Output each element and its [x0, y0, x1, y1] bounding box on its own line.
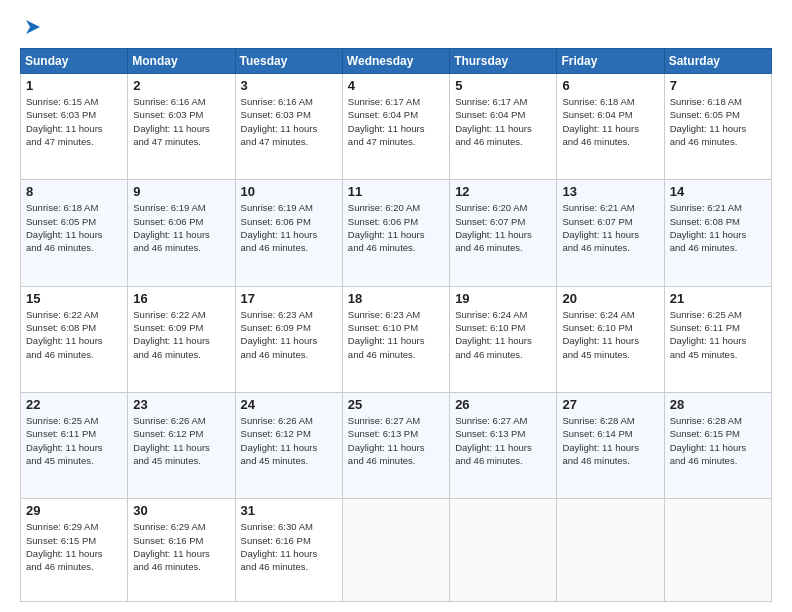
- calendar-header-wednesday: Wednesday: [342, 49, 449, 74]
- calendar-cell: [664, 499, 771, 602]
- day-info: Sunrise: 6:27 AMSunset: 6:13 PMDaylight:…: [455, 414, 551, 467]
- calendar-cell: 24Sunrise: 6:26 AMSunset: 6:12 PMDayligh…: [235, 392, 342, 498]
- day-number: 18: [348, 291, 444, 306]
- calendar-cell: [557, 499, 664, 602]
- calendar-header-saturday: Saturday: [664, 49, 771, 74]
- day-number: 20: [562, 291, 658, 306]
- calendar-cell: 2Sunrise: 6:16 AMSunset: 6:03 PMDaylight…: [128, 74, 235, 180]
- calendar-cell: 4Sunrise: 6:17 AMSunset: 6:04 PMDaylight…: [342, 74, 449, 180]
- calendar-week-row-1: 1Sunrise: 6:15 AMSunset: 6:03 PMDaylight…: [21, 74, 772, 180]
- calendar-cell: 13Sunrise: 6:21 AMSunset: 6:07 PMDayligh…: [557, 180, 664, 286]
- day-number: 1: [26, 78, 122, 93]
- day-number: 22: [26, 397, 122, 412]
- calendar-cell: 7Sunrise: 6:18 AMSunset: 6:05 PMDaylight…: [664, 74, 771, 180]
- day-info: Sunrise: 6:27 AMSunset: 6:13 PMDaylight:…: [348, 414, 444, 467]
- calendar-cell: 10Sunrise: 6:19 AMSunset: 6:06 PMDayligh…: [235, 180, 342, 286]
- day-number: 16: [133, 291, 229, 306]
- header: [20, 16, 772, 38]
- day-number: 6: [562, 78, 658, 93]
- logo: [20, 16, 44, 38]
- calendar-cell: 9Sunrise: 6:19 AMSunset: 6:06 PMDaylight…: [128, 180, 235, 286]
- calendar-cell: 17Sunrise: 6:23 AMSunset: 6:09 PMDayligh…: [235, 286, 342, 392]
- day-info: Sunrise: 6:29 AMSunset: 6:15 PMDaylight:…: [26, 520, 122, 573]
- day-info: Sunrise: 6:28 AMSunset: 6:14 PMDaylight:…: [562, 414, 658, 467]
- calendar-cell: 1Sunrise: 6:15 AMSunset: 6:03 PMDaylight…: [21, 74, 128, 180]
- day-number: 14: [670, 184, 766, 199]
- day-info: Sunrise: 6:22 AMSunset: 6:08 PMDaylight:…: [26, 308, 122, 361]
- day-info: Sunrise: 6:16 AMSunset: 6:03 PMDaylight:…: [133, 95, 229, 148]
- calendar-cell: 16Sunrise: 6:22 AMSunset: 6:09 PMDayligh…: [128, 286, 235, 392]
- day-info: Sunrise: 6:20 AMSunset: 6:06 PMDaylight:…: [348, 201, 444, 254]
- day-info: Sunrise: 6:21 AMSunset: 6:08 PMDaylight:…: [670, 201, 766, 254]
- day-info: Sunrise: 6:17 AMSunset: 6:04 PMDaylight:…: [348, 95, 444, 148]
- calendar-cell: 15Sunrise: 6:22 AMSunset: 6:08 PMDayligh…: [21, 286, 128, 392]
- day-number: 30: [133, 503, 229, 518]
- calendar-header-thursday: Thursday: [450, 49, 557, 74]
- calendar-cell: 8Sunrise: 6:18 AMSunset: 6:05 PMDaylight…: [21, 180, 128, 286]
- day-number: 3: [241, 78, 337, 93]
- day-number: 28: [670, 397, 766, 412]
- calendar-header-tuesday: Tuesday: [235, 49, 342, 74]
- calendar-cell: 18Sunrise: 6:23 AMSunset: 6:10 PMDayligh…: [342, 286, 449, 392]
- day-info: Sunrise: 6:19 AMSunset: 6:06 PMDaylight:…: [241, 201, 337, 254]
- day-info: Sunrise: 6:26 AMSunset: 6:12 PMDaylight:…: [133, 414, 229, 467]
- calendar-week-row-4: 22Sunrise: 6:25 AMSunset: 6:11 PMDayligh…: [21, 392, 772, 498]
- day-info: Sunrise: 6:24 AMSunset: 6:10 PMDaylight:…: [562, 308, 658, 361]
- day-number: 2: [133, 78, 229, 93]
- day-number: 21: [670, 291, 766, 306]
- day-info: Sunrise: 6:28 AMSunset: 6:15 PMDaylight:…: [670, 414, 766, 467]
- calendar-cell: 25Sunrise: 6:27 AMSunset: 6:13 PMDayligh…: [342, 392, 449, 498]
- day-number: 9: [133, 184, 229, 199]
- calendar-cell: 6Sunrise: 6:18 AMSunset: 6:04 PMDaylight…: [557, 74, 664, 180]
- calendar-cell: 12Sunrise: 6:20 AMSunset: 6:07 PMDayligh…: [450, 180, 557, 286]
- calendar-week-row-3: 15Sunrise: 6:22 AMSunset: 6:08 PMDayligh…: [21, 286, 772, 392]
- calendar-cell: 28Sunrise: 6:28 AMSunset: 6:15 PMDayligh…: [664, 392, 771, 498]
- calendar-cell: 5Sunrise: 6:17 AMSunset: 6:04 PMDaylight…: [450, 74, 557, 180]
- logo-line: [20, 16, 44, 38]
- day-info: Sunrise: 6:24 AMSunset: 6:10 PMDaylight:…: [455, 308, 551, 361]
- page: SundayMondayTuesdayWednesdayThursdayFrid…: [0, 0, 792, 612]
- calendar-header-friday: Friday: [557, 49, 664, 74]
- day-info: Sunrise: 6:17 AMSunset: 6:04 PMDaylight:…: [455, 95, 551, 148]
- calendar-cell: 27Sunrise: 6:28 AMSunset: 6:14 PMDayligh…: [557, 392, 664, 498]
- day-number: 17: [241, 291, 337, 306]
- calendar-cell: 11Sunrise: 6:20 AMSunset: 6:06 PMDayligh…: [342, 180, 449, 286]
- day-info: Sunrise: 6:15 AMSunset: 6:03 PMDaylight:…: [26, 95, 122, 148]
- day-number: 10: [241, 184, 337, 199]
- day-number: 13: [562, 184, 658, 199]
- day-number: 19: [455, 291, 551, 306]
- day-number: 12: [455, 184, 551, 199]
- day-info: Sunrise: 6:16 AMSunset: 6:03 PMDaylight:…: [241, 95, 337, 148]
- day-number: 25: [348, 397, 444, 412]
- calendar-cell: 31Sunrise: 6:30 AMSunset: 6:16 PMDayligh…: [235, 499, 342, 602]
- day-info: Sunrise: 6:19 AMSunset: 6:06 PMDaylight:…: [133, 201, 229, 254]
- calendar-cell: 3Sunrise: 6:16 AMSunset: 6:03 PMDaylight…: [235, 74, 342, 180]
- calendar-cell: 29Sunrise: 6:29 AMSunset: 6:15 PMDayligh…: [21, 499, 128, 602]
- day-info: Sunrise: 6:18 AMSunset: 6:05 PMDaylight:…: [26, 201, 122, 254]
- calendar-cell: 19Sunrise: 6:24 AMSunset: 6:10 PMDayligh…: [450, 286, 557, 392]
- day-info: Sunrise: 6:23 AMSunset: 6:10 PMDaylight:…: [348, 308, 444, 361]
- day-number: 26: [455, 397, 551, 412]
- day-info: Sunrise: 6:22 AMSunset: 6:09 PMDaylight:…: [133, 308, 229, 361]
- calendar-cell: 14Sunrise: 6:21 AMSunset: 6:08 PMDayligh…: [664, 180, 771, 286]
- day-number: 11: [348, 184, 444, 199]
- day-info: Sunrise: 6:25 AMSunset: 6:11 PMDaylight:…: [26, 414, 122, 467]
- logo-arrow-icon: [22, 16, 44, 38]
- day-number: 4: [348, 78, 444, 93]
- svg-marker-0: [26, 20, 40, 34]
- calendar-header-row: SundayMondayTuesdayWednesdayThursdayFrid…: [21, 49, 772, 74]
- calendar-table: SundayMondayTuesdayWednesdayThursdayFrid…: [20, 48, 772, 602]
- calendar-header-monday: Monday: [128, 49, 235, 74]
- day-info: Sunrise: 6:18 AMSunset: 6:05 PMDaylight:…: [670, 95, 766, 148]
- day-info: Sunrise: 6:18 AMSunset: 6:04 PMDaylight:…: [562, 95, 658, 148]
- calendar-header-sunday: Sunday: [21, 49, 128, 74]
- day-number: 23: [133, 397, 229, 412]
- calendar-cell: 30Sunrise: 6:29 AMSunset: 6:16 PMDayligh…: [128, 499, 235, 602]
- calendar-week-row-5: 29Sunrise: 6:29 AMSunset: 6:15 PMDayligh…: [21, 499, 772, 602]
- day-info: Sunrise: 6:25 AMSunset: 6:11 PMDaylight:…: [670, 308, 766, 361]
- calendar-cell: 23Sunrise: 6:26 AMSunset: 6:12 PMDayligh…: [128, 392, 235, 498]
- day-number: 7: [670, 78, 766, 93]
- day-info: Sunrise: 6:20 AMSunset: 6:07 PMDaylight:…: [455, 201, 551, 254]
- day-number: 24: [241, 397, 337, 412]
- day-info: Sunrise: 6:26 AMSunset: 6:12 PMDaylight:…: [241, 414, 337, 467]
